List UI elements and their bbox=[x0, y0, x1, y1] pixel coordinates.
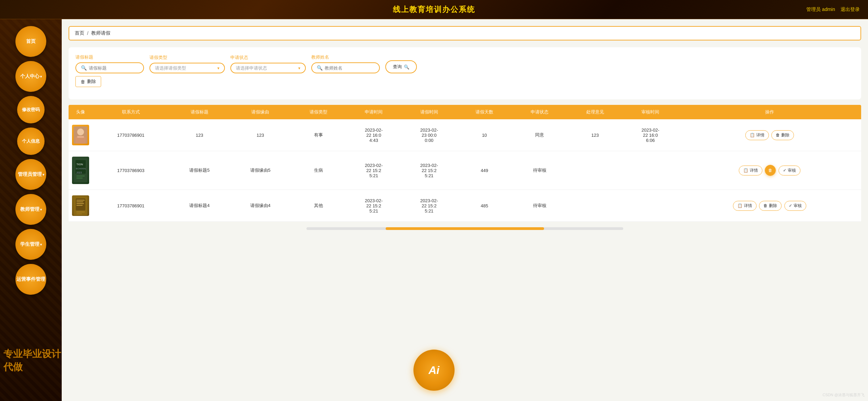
search-group-type: 请假类型 请选择请假类型 有事 生病 其他 ▾ bbox=[149, 54, 225, 73]
detail-icon: 📋 bbox=[743, 168, 748, 173]
search-icon: 🔍 bbox=[404, 64, 409, 70]
col-opinion: 处理意见 bbox=[567, 105, 623, 119]
cell-leave-time: 2023-02-22 15:25:21 bbox=[401, 190, 457, 222]
cell-days: 449 bbox=[457, 151, 512, 190]
avatar: TION SCHOOL 2023 bbox=[72, 157, 89, 184]
sidebar-item-personal-center[interactable]: 个人中心 ▾ bbox=[15, 61, 46, 92]
col-actions: 操作 bbox=[678, 105, 861, 119]
svg-rect-14 bbox=[76, 202, 83, 202]
col-contact: 联系方式 bbox=[93, 105, 169, 119]
col-days: 请假天数 bbox=[457, 105, 512, 119]
scrollbar-track[interactable] bbox=[306, 227, 624, 230]
cell-reason: 请假缘由4 bbox=[230, 190, 291, 222]
sidebar-item-student-management[interactable]: 学生管理 ▾ bbox=[15, 229, 46, 260]
cell-type: 有事 bbox=[291, 119, 346, 151]
breadcrumb: 首页 / 教师请假 bbox=[69, 26, 861, 40]
logout-button[interactable]: 退出登录 bbox=[841, 7, 860, 13]
watermark-text: 专业毕业设计代做 bbox=[3, 348, 62, 374]
detail-button[interactable]: 📋 详情 bbox=[745, 130, 769, 140]
cell-apply-time: 2023-02-22 16:04:43 bbox=[346, 119, 401, 151]
delete-label: 删除 bbox=[87, 78, 96, 85]
cell-avatar bbox=[69, 190, 93, 222]
cell-title: 请假标题4 bbox=[169, 190, 230, 222]
title-input[interactable] bbox=[89, 65, 138, 71]
sidebar-item-personal-info[interactable]: 个人信息 bbox=[17, 127, 45, 155]
cell-avatar: TION SCHOOL 2023 bbox=[69, 151, 93, 190]
detail-icon: 📋 bbox=[750, 133, 755, 137]
sidebar-item-home[interactable]: 首页 bbox=[15, 26, 46, 57]
cell-opinion bbox=[567, 190, 623, 222]
breadcrumb-home[interactable]: 首页 bbox=[75, 30, 84, 36]
search-group-status: 申请状态 请选择申请状态 同意 待审核 拒绝 ▾ bbox=[230, 54, 306, 73]
sidebar-item-teacher-management[interactable]: 教师管理 ▾ bbox=[15, 194, 46, 225]
breadcrumb-separator: / bbox=[87, 31, 88, 36]
cell-type: 生病 bbox=[291, 151, 346, 190]
check-icon: ✓ bbox=[789, 203, 792, 208]
actions-row: 🗑 删除 bbox=[75, 73, 854, 93]
cell-reason: 请假缘由5 bbox=[230, 151, 291, 190]
col-avatar: 头像 bbox=[69, 105, 93, 119]
sidebar-item-change-password[interactable]: 修改密码 bbox=[17, 96, 45, 123]
chevron-down-icon: ▾ bbox=[40, 243, 42, 246]
trash-icon: 🗑 bbox=[768, 168, 772, 173]
cell-days: 485 bbox=[457, 190, 512, 222]
col-status: 申请状态 bbox=[512, 105, 567, 119]
table-row: 17703786901 123 123 有事 2023-02-22 16:04:… bbox=[69, 119, 861, 151]
check-icon: ✓ bbox=[783, 168, 786, 173]
title-label: 请假标题 bbox=[75, 54, 144, 60]
detail-button[interactable]: 📋 详情 bbox=[733, 201, 757, 211]
col-apply-time: 申请时间 bbox=[346, 105, 401, 119]
cell-leave-time: 2023-02-22 15:25:21 bbox=[401, 151, 457, 190]
delete-button-active[interactable]: 🗑 bbox=[765, 165, 776, 176]
svg-rect-15 bbox=[76, 203, 84, 204]
data-table: 头像 联系方式 请假标题 请假缘由 请假类型 申请时间 请假时间 请假天数 申请… bbox=[69, 105, 861, 222]
delete-button[interactable]: 🗑 删除 bbox=[771, 130, 794, 140]
cell-reason: 123 bbox=[230, 119, 291, 151]
svg-text:TION: TION bbox=[76, 163, 83, 166]
trash-icon: 🗑 bbox=[776, 133, 780, 137]
trash-icon: 🗑 bbox=[81, 79, 85, 84]
cell-type: 其他 bbox=[291, 190, 346, 222]
svg-rect-10 bbox=[76, 178, 83, 179]
svg-rect-16 bbox=[76, 205, 83, 206]
sidebar-item-operation-management[interactable]: 运营事件管理 bbox=[15, 264, 46, 295]
search-icon: 🔍 bbox=[317, 65, 323, 71]
teacher-input-wrap: 🔍 bbox=[311, 62, 380, 73]
detail-icon: 📋 bbox=[737, 203, 743, 208]
app-title: 线上教育培训办公系统 bbox=[393, 4, 475, 15]
svg-rect-13 bbox=[76, 200, 85, 200]
cell-leave-time: 2023-02-23 00:00:00 bbox=[401, 119, 457, 151]
table-header-row: 头像 联系方式 请假标题 请假缘由 请假类型 申请时间 请假时间 请假天数 申请… bbox=[69, 105, 861, 119]
cell-actions: 📋 详情 🗑 删除 ✓ 审核 bbox=[678, 190, 861, 222]
admin-label: 管理员 admin bbox=[806, 7, 835, 13]
delete-button[interactable]: 🗑 删除 bbox=[759, 201, 782, 211]
svg-text:SCHOOL: SCHOOL bbox=[76, 168, 86, 170]
cell-review-time: 2023-02-22 16:06:06 bbox=[623, 119, 678, 151]
avatar bbox=[72, 195, 89, 216]
teacher-input[interactable] bbox=[325, 65, 374, 71]
query-button[interactable]: 查询 🔍 bbox=[385, 60, 417, 73]
sidebar-item-admin-management[interactable]: 管理员管理 ▾ bbox=[15, 159, 46, 190]
col-review-time: 审核时间 bbox=[623, 105, 678, 119]
scrollbar-thumb[interactable] bbox=[386, 227, 544, 230]
batch-delete-button[interactable]: 🗑 删除 bbox=[75, 76, 101, 87]
chevron-down-icon: ▾ bbox=[40, 208, 42, 211]
review-button[interactable]: ✓ 审核 bbox=[784, 201, 806, 211]
svg-text:2023: 2023 bbox=[76, 171, 82, 174]
status-select[interactable]: 请选择申请状态 同意 待审核 拒绝 bbox=[236, 65, 296, 71]
teacher-label: 教师姓名 bbox=[311, 54, 380, 60]
type-select[interactable]: 请选择请假类型 有事 生病 其他 bbox=[155, 65, 215, 71]
search-area: 请假标题 🔍 请假类型 请选择请假类型 有事 生病 其他 bbox=[69, 47, 861, 99]
cell-opinion bbox=[567, 151, 623, 190]
col-leave-time: 请假时间 bbox=[401, 105, 457, 119]
avatar bbox=[72, 125, 89, 145]
detail-button[interactable]: 📋 详情 bbox=[739, 166, 762, 175]
type-label: 请假类型 bbox=[149, 54, 225, 61]
table-row: TION SCHOOL 2023 17703786903 请假标题5 请假缘由5 bbox=[69, 151, 861, 190]
search-icon: 🔍 bbox=[81, 65, 87, 71]
svg-rect-17 bbox=[76, 211, 85, 212]
trash-icon: 🗑 bbox=[763, 203, 768, 208]
review-button[interactable]: ✓ 审核 bbox=[779, 166, 800, 175]
ai-badge: Ai bbox=[413, 350, 455, 391]
layout: 首页 个人中心 ▾ 修改密码 个人信息 管理员管理 ▾ 教师管理 ▾ bbox=[0, 19, 868, 401]
